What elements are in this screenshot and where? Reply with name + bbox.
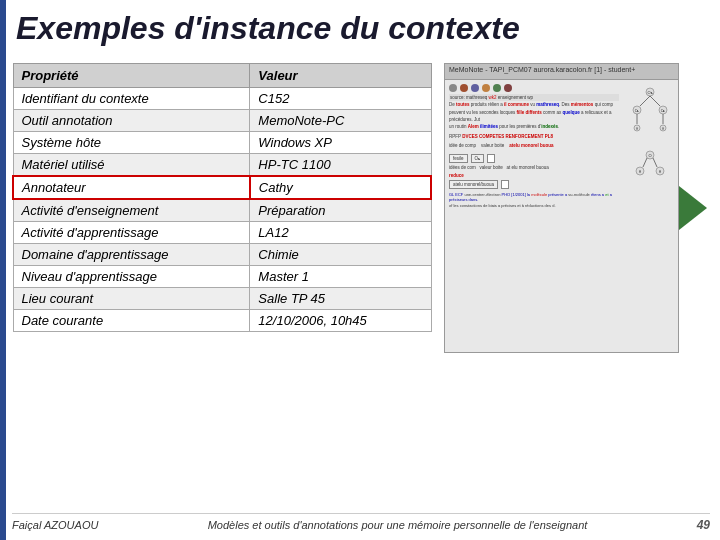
svg-text:C₁: C₁ [634, 109, 639, 113]
table-row: Activité d'enseignementPréparation [13, 199, 431, 222]
value-cell: C152 [250, 88, 431, 110]
svg-text:C₂: C₂ [660, 109, 665, 113]
main-layout: Propriété Valeur Identifiant du contexte… [12, 63, 710, 357]
left-accent-bar [0, 0, 6, 540]
screenshot-header: MeMoNote - TAPI_PCM07 aurora.karacolon.f… [445, 64, 678, 80]
col-header-property: Propriété [13, 64, 250, 88]
image-section: MeMoNote - TAPI_PCM07 aurora.karacolon.f… [444, 63, 710, 357]
value-cell: Chimie [250, 244, 431, 266]
value-cell: 12/10/2006, 10h45 [250, 310, 431, 332]
table-row: Système hôteWindows XP [13, 132, 431, 154]
table-row: Outil annotationMemoNote-PC [13, 110, 431, 132]
value-cell: Cathy [250, 176, 431, 199]
value-cell: Windows XP [250, 132, 431, 154]
table-row: Domaine d'apprentissageChimie [13, 244, 431, 266]
svg-line-3 [650, 96, 660, 106]
table-section: Propriété Valeur Identifiant du contexte… [12, 63, 432, 332]
page-container: Exemples d'instance du contexte Propriét… [0, 0, 720, 540]
svg-line-17 [653, 158, 657, 167]
property-cell: Outil annotation [13, 110, 250, 132]
table-row: Activité d'apprentissageLA12 [13, 222, 431, 244]
property-cell: Activité d'enseignement [13, 199, 250, 222]
table-row: Identifiant du contexteC152 [13, 88, 431, 110]
property-cell: Niveau d'apprentissage [13, 266, 250, 288]
svg-line-16 [643, 158, 647, 167]
col-header-value: Valeur [250, 64, 431, 88]
property-cell: Matériel utilisé [13, 154, 250, 177]
table-row: Matériel utiliséHP-TC 1100 [13, 154, 431, 177]
property-cell: Système hôte [13, 132, 250, 154]
screenshot-inner: MeMoNote - TAPI_PCM07 aurora.karacolon.f… [445, 64, 678, 352]
property-cell: Date courante [13, 310, 250, 332]
screenshot-box: MeMoNote - TAPI_PCM07 aurora.karacolon.f… [444, 63, 679, 353]
svg-text:O₁: O₁ [647, 90, 652, 95]
property-cell: Domaine d'apprentissage [13, 244, 250, 266]
footer-author: Faiçal AZOUAOU [12, 519, 98, 531]
svg-text:O: O [648, 153, 651, 158]
value-cell: LA12 [250, 222, 431, 244]
properties-table: Propriété Valeur Identifiant du contexte… [12, 63, 432, 332]
content-area: Exemples d'instance du contexte Propriét… [12, 0, 720, 357]
property-cell: Identifiant du contexte [13, 88, 250, 110]
value-cell: Préparation [250, 199, 431, 222]
table-row: Date courante12/10/2006, 10h45 [13, 310, 431, 332]
footer-citation: Modèles et outils d'annotations pour une… [208, 519, 588, 531]
svg-line-2 [640, 96, 650, 106]
footer-page-number: 49 [697, 518, 710, 532]
table-row: Niveau d'apprentissageMaster 1 [13, 266, 431, 288]
value-cell: MemoNote-PC [250, 110, 431, 132]
table-row: AnnotateurCathy [13, 176, 431, 199]
value-cell: Master 1 [250, 266, 431, 288]
property-cell: Lieu courant [13, 288, 250, 310]
property-cell: Annotateur [13, 176, 250, 199]
footer: Faiçal AZOUAOU Modèles et outils d'annot… [12, 513, 710, 532]
table-row: Lieu courantSalle TP 45 [13, 288, 431, 310]
value-cell: HP-TC 1100 [250, 154, 431, 177]
value-cell: Salle TP 45 [250, 288, 431, 310]
svg-text:H: H [661, 127, 663, 131]
svg-text:H: H [635, 127, 637, 131]
property-cell: Activité d'apprentissage [13, 222, 250, 244]
arrow-icon [679, 186, 707, 230]
page-title: Exemples d'instance du contexte [12, 10, 710, 47]
